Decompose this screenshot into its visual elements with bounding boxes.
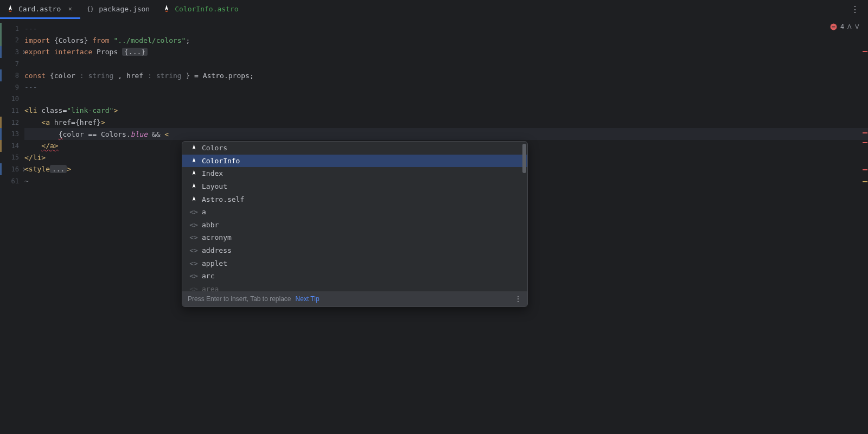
completion-item[interactable]: <> abbr (182, 219, 527, 232)
editor: 1 2 3❯ 7 8 9 10 11 12 13 14 15 16❯ 61 --… (0, 20, 868, 434)
astro-icon (7, 5, 14, 12)
tag-icon: <> (190, 208, 197, 216)
tag-icon: <> (190, 247, 197, 254)
folded-region[interactable]: ... (50, 165, 67, 173)
line-number[interactable]: 12 (0, 117, 24, 129)
line-number[interactable]: 61 (0, 175, 24, 187)
completion-item[interactable]: <> a (182, 206, 527, 219)
tag-icon: <> (190, 285, 197, 291)
completion-label: applet (202, 259, 227, 267)
completion-item[interactable]: Index (182, 167, 527, 180)
line-number[interactable]: 13 (0, 128, 24, 140)
tag-icon: <> (190, 234, 197, 241)
completion-footer: Press Enter to insert, Tab to replace Ne… (182, 291, 527, 307)
completion-item[interactable]: <> area (182, 283, 527, 291)
tag-icon: <> (190, 221, 197, 228)
close-icon[interactable]: ✕ (66, 5, 74, 12)
error-icon (830, 23, 837, 30)
line-number[interactable]: 9 (0, 81, 24, 93)
svg-text:{}: {} (87, 5, 94, 12)
stripe-marker[interactable] (863, 169, 867, 170)
gutter: 1 2 3❯ 7 8 9 10 11 12 13 14 15 16❯ 61 (0, 20, 24, 434)
completion-item[interactable]: ColorInfo (182, 155, 527, 168)
astro-icon (190, 195, 197, 203)
tab-label: package.json (99, 5, 150, 13)
line-number[interactable]: 15 (0, 152, 24, 164)
completion-item[interactable]: Astro.self (182, 193, 527, 206)
completion-item[interactable]: <> applet (182, 257, 527, 270)
completion-label: a (202, 208, 206, 216)
completion-label: Index (202, 169, 223, 177)
error-stripe[interactable] (861, 20, 868, 434)
json-icon: {} (87, 5, 94, 12)
tab-package-json[interactable]: {} package.json (80, 0, 156, 19)
line-number[interactable]: 10 (0, 93, 24, 105)
completion-label: area (202, 285, 219, 291)
code-area[interactable]: --- import {Colors} from "../model/color… (24, 20, 868, 434)
chevron-down-icon[interactable]: ᐯ (855, 23, 859, 30)
completion-hint: Press Enter to insert, Tab to replace (188, 295, 291, 303)
problems-indicator[interactable]: 4 ᐱ ᐯ (830, 23, 859, 30)
completion-label: ColorInfo (202, 157, 240, 165)
line-number[interactable]: 16❯ (0, 163, 24, 175)
code-text: import (24, 36, 50, 44)
stripe-marker[interactable] (863, 132, 867, 133)
completion-label: Layout (202, 182, 227, 190)
svg-rect-2 (832, 26, 835, 27)
completion-label: acronym (202, 233, 232, 241)
chevron-up-icon[interactable]: ᐱ (847, 23, 852, 30)
astro-icon (190, 170, 197, 177)
folded-region[interactable]: {...} (122, 48, 148, 56)
completion-item[interactable]: <> address (182, 244, 527, 257)
line-number[interactable]: 11 (0, 105, 24, 117)
astro-icon (190, 183, 197, 190)
completion-label: abbr (202, 221, 219, 229)
completion-label: Astro.self (202, 195, 244, 203)
eof-marker: ~ (24, 177, 29, 185)
line-number[interactable]: 7 (0, 58, 24, 70)
tab-card-astro[interactable]: Card.astro ✕ (0, 0, 80, 19)
astro-icon (190, 144, 197, 152)
completion-item[interactable]: <> acronym (182, 231, 527, 244)
tab-label: Card.astro (18, 5, 61, 13)
completion-list[interactable]: Colors ColorInfo Index Layout Astro.self (182, 142, 527, 291)
completion-label: address (202, 246, 232, 254)
astro-icon (190, 157, 197, 164)
scrollbar-thumb[interactable] (522, 144, 526, 173)
tag-icon: <> (190, 272, 197, 280)
error-count: 4 (840, 23, 844, 30)
tag-icon: <> (190, 259, 197, 267)
astro-icon (163, 5, 170, 12)
more-icon[interactable]: ⋮ (514, 295, 522, 303)
stripe-marker[interactable] (863, 181, 867, 182)
more-icon[interactable]: ⋮ (846, 2, 864, 17)
line-number[interactable]: 3❯ (0, 46, 24, 58)
line-number[interactable]: 14 (0, 140, 24, 152)
completion-label: arc (202, 272, 214, 280)
tab-colorinfo-astro[interactable]: ColorInfo.astro (156, 0, 245, 19)
line-number[interactable]: 1 (0, 23, 24, 35)
tab-bar: Card.astro ✕ {} package.json ColorInfo.a… (0, 0, 868, 20)
stripe-marker[interactable] (863, 51, 867, 52)
completion-item[interactable]: Layout (182, 180, 527, 193)
tab-label: ColorInfo.astro (175, 5, 238, 13)
next-tip-link[interactable]: Next Tip (296, 295, 320, 303)
line-number[interactable]: 8 (0, 69, 24, 81)
completion-popup: Colors ColorInfo Index Layout Astro.self (182, 141, 528, 307)
completion-item[interactable]: Colors (182, 142, 527, 155)
code-text: --- (24, 24, 37, 33)
line-number[interactable]: 2 (0, 35, 24, 47)
stripe-marker[interactable] (863, 142, 867, 143)
completion-label: Colors (202, 144, 227, 152)
completion-item[interactable]: <> arc (182, 270, 527, 283)
